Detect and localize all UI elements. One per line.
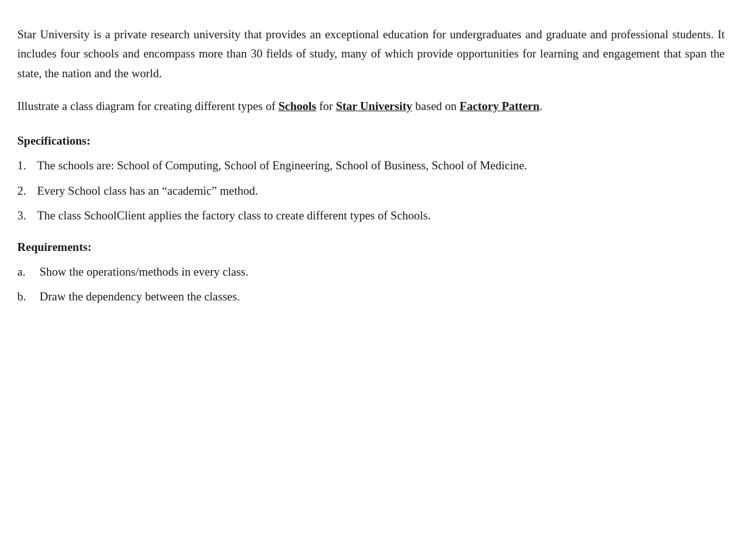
spec-num-1: 1.	[17, 156, 37, 175]
illustrate-end: .	[540, 100, 543, 112]
illustrate-text-before-schools: Illustrate a class diagram for creating …	[17, 100, 278, 112]
spec-content-3: The class SchoolClient applies the facto…	[37, 206, 725, 225]
illustrate-for: for	[316, 100, 336, 112]
star-university-link: Star University	[336, 100, 412, 112]
req-alpha-a: a.	[17, 263, 40, 281]
specifications-title: Specifications:	[17, 134, 725, 148]
spec-item-1: 1. The schools are: School of Computing,…	[17, 156, 725, 175]
req-alpha-b: b.	[17, 287, 40, 306]
spec-content-1: The schools are: School of Computing, Sc…	[37, 156, 725, 175]
illustrate-based-on: based on	[412, 100, 460, 112]
spec-content-2: Every School class has an “academic” met…	[37, 182, 725, 200]
illustrate-paragraph: Illustrate a class diagram for creating …	[17, 96, 725, 116]
factory-pattern-link: Factory Pattern	[459, 100, 539, 112]
requirements-list: a. Show the operations/methods in every …	[17, 263, 725, 307]
spec-num-3: 3.	[17, 206, 37, 225]
specifications-list: 1. The schools are: School of Computing,…	[17, 156, 725, 225]
req-item-a: a. Show the operations/methods in every …	[17, 263, 725, 281]
req-item-b: b. Draw the dependency between the class…	[17, 287, 725, 306]
requirements-title: Requirements:	[17, 240, 725, 254]
schools-link: Schools	[278, 100, 316, 112]
spec-item-3: 3. The class SchoolClient applies the fa…	[17, 206, 725, 225]
req-content-a: Show the operations/methods in every cla…	[40, 263, 725, 281]
spec-item-2: 2. Every School class has an “academic” …	[17, 182, 725, 200]
spec-num-2: 2.	[17, 182, 37, 200]
intro-paragraph: Star University is a private research un…	[17, 25, 725, 83]
req-content-b: Draw the dependency between the classes.	[40, 287, 725, 306]
